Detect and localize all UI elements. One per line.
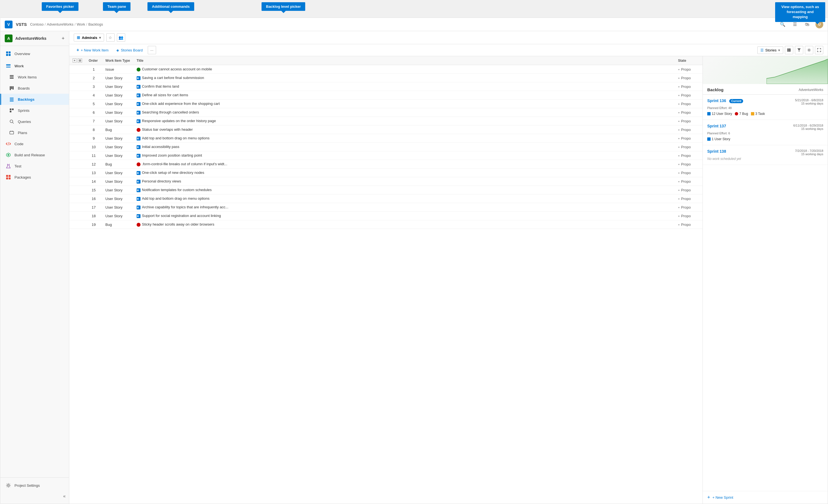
sidebar-item-test[interactable]: Test — [0, 161, 69, 172]
row-title[interactable]: .form-control-file breaks out of column … — [133, 160, 414, 169]
stories-board-icon: ◈ — [116, 48, 119, 52]
sidebar-item-overview[interactable]: Overview — [0, 48, 69, 59]
table-row[interactable]: 9User Story Add top and bottom drag on m… — [69, 134, 414, 143]
team-selector-name: Admirals — [82, 36, 97, 40]
new-work-item-button[interactable]: + + New Work Item — [74, 46, 111, 54]
members-button[interactable]: 👥 — [117, 33, 125, 42]
sidebar-item-queries[interactable]: Queries — [0, 116, 69, 127]
svg-rect-52 — [137, 146, 138, 148]
row-type: Bug — [102, 125, 133, 134]
row-title[interactable]: Define all sizes for cart items — [133, 91, 414, 99]
table-row[interactable]: 6User Story Searching through cancelled … — [69, 108, 414, 117]
project-name: AdventureWorks — [15, 36, 59, 41]
row-title[interactable]: Support for social registration and acco… — [133, 212, 414, 220]
col-type-header: Work Item Type — [102, 56, 133, 65]
sidebar-overview-label: Overview — [14, 52, 30, 56]
overview-icon — [6, 51, 11, 56]
row-title[interactable]: One-click add experience from the shoppi… — [133, 99, 414, 108]
row-expand — [69, 65, 85, 74]
row-title[interactable]: Status bar overlaps with header — [133, 125, 414, 134]
sidebar-item-boards[interactable]: Boards — [0, 83, 69, 94]
svg-rect-60 — [137, 190, 138, 191]
row-expand — [69, 177, 85, 186]
row-expand — [69, 91, 85, 99]
sidebar-nav: Overview Work Work Items — [0, 46, 69, 252]
row-title[interactable]: Archive capability for topics that are i… — [133, 203, 414, 212]
breadcrumb-work[interactable]: Work — [77, 22, 85, 27]
svg-rect-62 — [137, 198, 138, 200]
svg-rect-6 — [6, 67, 10, 68]
breadcrumb-backlogs[interactable]: Backlogs — [88, 22, 103, 27]
sidebar: A AdventureWorks + Overview Work — [0, 31, 69, 252]
sidebar-item-plans[interactable]: Plans — [0, 127, 69, 138]
table-row[interactable]: 7User Story Responsive updates on the or… — [69, 117, 414, 125]
sidebar-item-code[interactable]: Code — [0, 138, 69, 150]
sidebar-work-items-label: Work Items — [18, 75, 37, 79]
row-type: User Story — [102, 99, 133, 108]
table-row[interactable]: 4User Story Define all sizes for cart it… — [69, 91, 414, 99]
sidebar-item-backlogs[interactable]: Backlogs — [0, 94, 69, 105]
sidebar-sprints-label: Sprints — [18, 109, 30, 113]
row-title[interactable]: One-click setup of new directory nodes — [133, 169, 414, 177]
svg-rect-18 — [12, 109, 14, 110]
table-row[interactable]: 13User Story One-click setup of new dire… — [69, 169, 414, 177]
table-row[interactable]: 2User Story Saving a cart before final s… — [69, 74, 414, 82]
table-row[interactable]: 11User Story Improved zoom position star… — [69, 151, 414, 160]
table-row[interactable]: 19BugSticky header scrolls away on older… — [69, 220, 414, 229]
more-actions-button[interactable]: ··· — [148, 46, 156, 54]
row-order: 6 — [85, 108, 102, 117]
table-row[interactable]: 3User Story Confirm that items landPropo — [69, 82, 414, 91]
sprints-icon — [9, 108, 14, 113]
table-row[interactable]: 1IssueCustomer cannot access account on … — [69, 65, 414, 74]
svg-line-21 — [12, 122, 14, 124]
table-row[interactable]: 10User Story Initial accessibility passP… — [69, 143, 414, 151]
row-title[interactable]: Sticky header scrolls away on older brow… — [133, 220, 414, 229]
action-bar: + + New Work Item ◈ Stories Board ··· ☰ … — [69, 44, 414, 56]
row-title[interactable]: Saving a cart before final submmission — [133, 74, 414, 82]
row-title[interactable]: Notification templates for custom schedu… — [133, 186, 414, 195]
row-title[interactable]: Improved zoom position starting point — [133, 151, 414, 160]
row-title[interactable]: Responsive updates on the order history … — [133, 117, 414, 125]
sidebar-item-sprints[interactable]: Sprints — [0, 105, 69, 116]
stories-board-button[interactable]: ◈ Stories Board — [114, 47, 146, 54]
table-row[interactable]: 18User Story Support for social registra… — [69, 212, 414, 220]
add-project-button[interactable]: + — [61, 36, 65, 41]
table-row[interactable]: 12Bug.form-control-file breaks out of co… — [69, 160, 414, 169]
team-selector[interactable]: ⊞ Admirals ▾ — [74, 34, 104, 41]
col-title-header: Title — [133, 56, 414, 65]
row-title[interactable]: Add top and bottom drag on menu options — [133, 195, 414, 203]
row-type: User Story — [102, 143, 133, 151]
table-row[interactable]: 5User Story One-click add experience fro… — [69, 99, 414, 108]
sidebar-item-work-items[interactable]: Work Items — [0, 72, 69, 83]
breadcrumb-adventureworks[interactable]: AdventureWorks — [47, 22, 74, 27]
row-expand — [69, 82, 85, 91]
table-row[interactable]: 16User Story Add top and bottom drag on … — [69, 195, 414, 203]
row-expand — [69, 134, 85, 143]
favorite-button[interactable]: ☆ — [106, 33, 115, 42]
sidebar-item-packages[interactable]: Packages — [0, 172, 69, 183]
additional-commands-callout: Additional commands — [148, 2, 194, 11]
row-title[interactable]: Searching through cancelled orders — [133, 108, 414, 117]
row-type: User Story — [102, 203, 133, 212]
table-row[interactable]: 15User Story Notification templates for … — [69, 186, 414, 195]
sidebar-item-build-release[interactable]: Build and Release — [0, 150, 69, 161]
svg-rect-29 — [9, 175, 10, 177]
svg-rect-8 — [10, 77, 14, 77]
table-row[interactable]: 17User Story Archive capability for topi… — [69, 203, 414, 212]
row-title[interactable]: Confirm that items land — [133, 82, 414, 91]
content-area: + ⊟ Order Work Item Type Title State — [69, 56, 414, 252]
row-title[interactable]: Initial accessibility pass — [133, 143, 414, 151]
app-logo: V — [5, 20, 12, 28]
table-row[interactable]: 14User Story Personal directory viewsPro… — [69, 177, 414, 186]
row-title[interactable]: Personal directory views — [133, 177, 414, 186]
svg-rect-49 — [138, 120, 138, 122]
row-expand — [69, 125, 85, 134]
row-order: 13 — [85, 169, 102, 177]
row-title[interactable]: Customer cannot access account on mobile — [133, 65, 414, 74]
row-order: 8 — [85, 125, 102, 134]
table-row[interactable]: 8BugStatus bar overlaps with headerPropo — [69, 125, 414, 134]
row-order: 15 — [85, 186, 102, 195]
row-expand — [69, 151, 85, 160]
breadcrumb-contoso[interactable]: Contoso — [30, 22, 43, 27]
row-title[interactable]: Add top and bottom drag on menu options — [133, 134, 414, 143]
